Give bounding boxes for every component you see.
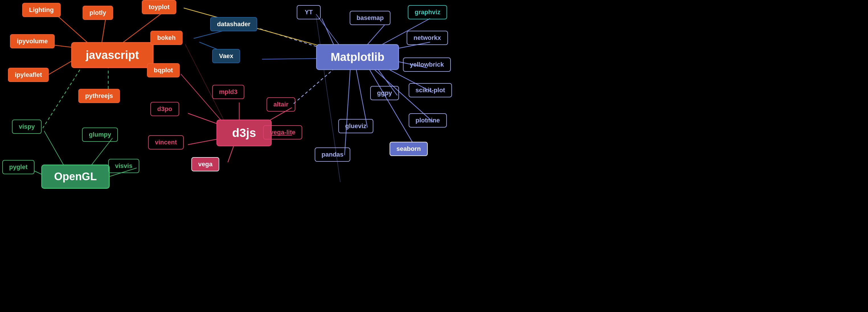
yellowbrick-node[interactable]: yellowbrick [403, 58, 451, 72]
glumpy-node[interactable]: glumpy [82, 128, 118, 142]
plotly-node[interactable]: plotly [83, 6, 113, 20]
vaex-node[interactable]: Vaex [212, 49, 240, 63]
graphviz-node[interactable]: graphviz [408, 5, 447, 19]
svg-line-29 [369, 68, 417, 150]
bqplot-node[interactable]: bqplot [147, 63, 180, 77]
ggpy-node[interactable]: ggpy [370, 86, 399, 100]
altair-node[interactable]: altair [267, 97, 295, 112]
datashader-node[interactable]: datashader [210, 17, 257, 31]
svg-line-30 [345, 68, 350, 155]
lighting-node[interactable]: Lighting [22, 3, 61, 17]
pandas-node[interactable]: pandas [315, 148, 350, 162]
pyglet-node[interactable]: pyglet [2, 160, 34, 174]
ipyvolume-node[interactable]: ipyvolume [10, 34, 55, 49]
pythreejs-node[interactable]: pythreejs [78, 89, 120, 103]
scikitplot-node[interactable]: scikit-plot [409, 83, 452, 97]
vegalite-node[interactable]: vega-lite [263, 125, 302, 139]
opengl-node[interactable]: OpenGL [41, 164, 110, 189]
ipyleaflet-node[interactable]: ipyleaflet [8, 68, 49, 82]
plotnine-node[interactable]: plotnine [409, 113, 447, 128]
toyplot-node[interactable]: toyplot [142, 0, 176, 14]
javascript-node[interactable]: javascript [71, 42, 154, 68]
seaborn-node[interactable]: seaborn [390, 142, 428, 156]
visvis-node[interactable]: visvis [108, 159, 139, 173]
basemap-node[interactable]: basemap [350, 11, 391, 25]
vincent-node[interactable]: vincent [148, 135, 184, 150]
matplotlib-node[interactable]: Matplotlib [316, 44, 399, 70]
vispy-node[interactable]: vispy [12, 120, 41, 134]
bokeh-node[interactable]: bokeh [150, 31, 183, 45]
d3po-node[interactable]: d3po [150, 102, 179, 116]
mpld3-node[interactable]: mpld3 [212, 85, 244, 99]
networkx-node[interactable]: networkx [407, 31, 448, 45]
svg-line-27 [356, 68, 367, 128]
svg-line-38 [316, 14, 342, 49]
svg-line-31 [293, 68, 335, 104]
vega-node[interactable]: vega [191, 157, 219, 171]
yt-node[interactable]: YT [297, 5, 321, 19]
glueviz-node[interactable]: glueviz [338, 119, 373, 133]
